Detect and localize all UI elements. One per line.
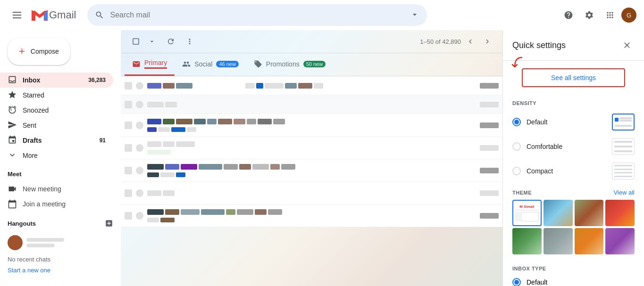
sidebar-item-join-meeting[interactable]: Join a meeting bbox=[0, 196, 121, 212]
table-row[interactable] bbox=[121, 204, 502, 227]
sidebar-item-starred[interactable]: Starred bbox=[0, 88, 113, 103]
search-icon bbox=[95, 10, 104, 20]
quick-settings-close-button[interactable] bbox=[619, 38, 635, 53]
snoozed-label: Snoozed bbox=[23, 106, 106, 114]
compose-button[interactable]: + Compose bbox=[8, 38, 70, 65]
density-default-radio[interactable] bbox=[512, 118, 521, 126]
social-tab-icon bbox=[182, 60, 191, 68]
search-bar[interactable] bbox=[87, 4, 427, 26]
theme-item-autumn[interactable] bbox=[575, 228, 604, 254]
email-list bbox=[121, 76, 502, 286]
email-toolbar: 1–50 of 42,890 bbox=[121, 30, 502, 53]
density-comfortable-label: Comfortable bbox=[527, 143, 606, 150]
inbox-count: 36,283 bbox=[88, 77, 106, 83]
inbox-default-label: Default bbox=[527, 278, 547, 286]
tab-social[interactable]: Social 46 new bbox=[175, 53, 246, 76]
settings-button[interactable] bbox=[580, 6, 599, 25]
snooze-icon bbox=[8, 105, 17, 116]
density-section-title: DENSITY bbox=[503, 95, 644, 110]
density-option-comfortable[interactable]: Comfortable bbox=[503, 134, 644, 159]
table-row[interactable] bbox=[121, 95, 502, 114]
theme-item-default[interactable]: M Gmail bbox=[512, 200, 542, 226]
theme-section-header: THEME View all bbox=[503, 183, 644, 200]
help-button[interactable] bbox=[559, 6, 578, 25]
email-area: 1–50 of 42,890 Primary Social 46 new bbox=[121, 30, 502, 286]
sidebar-item-inbox[interactable]: Inbox 36,283 bbox=[0, 73, 113, 88]
table-row[interactable] bbox=[121, 159, 502, 182]
search-dropdown-icon[interactable] bbox=[410, 10, 419, 21]
tab-promotions[interactable]: Promotions 50 new bbox=[246, 53, 333, 76]
gmail-m-icon bbox=[30, 8, 49, 22]
next-page-button[interactable] bbox=[480, 34, 495, 49]
primary-tab-icon bbox=[132, 60, 141, 68]
theme-title: THEME bbox=[512, 190, 532, 196]
theme-view-all-button[interactable]: View all bbox=[613, 189, 635, 196]
theme-item-forest[interactable] bbox=[575, 200, 604, 226]
see-all-settings-container: See all settings bbox=[512, 68, 635, 87]
inbox-label: Inbox bbox=[23, 76, 83, 84]
density-compact-preview bbox=[612, 163, 635, 180]
density-option-default[interactable]: Default bbox=[503, 110, 644, 134]
sidebar-item-new-meeting[interactable]: New meeting bbox=[0, 181, 121, 196]
starred-label: Starred bbox=[23, 91, 106, 99]
refresh-button[interactable] bbox=[163, 34, 178, 49]
density-option-compact[interactable]: Compact bbox=[503, 159, 644, 183]
gmail-logo: Gmail bbox=[30, 8, 76, 22]
density-default-label: Default bbox=[527, 118, 606, 126]
drafts-icon bbox=[8, 135, 17, 146]
menu-button[interactable] bbox=[8, 6, 26, 25]
hangouts-user bbox=[0, 231, 121, 254]
inbox-type-default-option[interactable]: Default bbox=[512, 275, 635, 286]
start-new-chat[interactable]: Start a new one bbox=[0, 265, 121, 276]
sidebar-item-drafts[interactable]: Drafts 91 bbox=[0, 133, 113, 148]
main-layout: + Compose Inbox 36,283 Starred Snoozed bbox=[0, 30, 644, 286]
density-comfortable-preview bbox=[612, 138, 635, 155]
sent-label: Sent bbox=[23, 122, 106, 129]
theme-item-nature[interactable] bbox=[512, 228, 542, 254]
arrow-indicator bbox=[508, 55, 531, 75]
theme-item-fire[interactable] bbox=[605, 200, 635, 226]
inbox-icon bbox=[8, 75, 17, 86]
more-icon bbox=[8, 150, 17, 161]
drafts-count: 91 bbox=[100, 137, 106, 144]
hangouts-section-header: Hangouts bbox=[0, 215, 121, 231]
apps-button[interactable] bbox=[601, 6, 619, 25]
quick-settings-panel: Quick settings See all settings DENSITY … bbox=[502, 30, 644, 286]
inbox-type-title: INBOX TYPE bbox=[512, 266, 635, 271]
email-count: 1–50 of 42,890 bbox=[420, 34, 495, 49]
theme-item-lake[interactable] bbox=[544, 200, 573, 226]
table-row[interactable] bbox=[121, 182, 502, 204]
theme-item-flowers[interactable] bbox=[605, 228, 635, 254]
sidebar-item-snoozed[interactable]: Snoozed bbox=[0, 103, 113, 118]
more-options-button[interactable] bbox=[182, 34, 197, 49]
inbox-type-section: INBOX TYPE Default bbox=[503, 260, 644, 286]
density-compact-label: Compact bbox=[527, 167, 606, 175]
add-hangout-icon[interactable] bbox=[105, 219, 113, 228]
social-badge: 46 new bbox=[216, 61, 238, 67]
quick-settings-title: Quick settings bbox=[512, 41, 566, 50]
select-dropdown-button[interactable] bbox=[144, 34, 159, 49]
table-row[interactable] bbox=[121, 137, 502, 159]
prev-page-button[interactable] bbox=[463, 34, 478, 49]
app-name: Gmail bbox=[49, 9, 76, 21]
theme-grid: M Gmail bbox=[503, 200, 644, 260]
promotions-tab-icon bbox=[254, 60, 262, 68]
drafts-label: Drafts bbox=[23, 137, 94, 144]
density-compact-radio[interactable] bbox=[512, 167, 521, 175]
sidebar-item-sent[interactable]: Sent bbox=[0, 118, 113, 133]
theme-item-stones[interactable] bbox=[544, 228, 573, 254]
no-recent-chats: No recent chats bbox=[0, 254, 121, 265]
tab-primary[interactable]: Primary bbox=[125, 53, 175, 76]
radio-inner bbox=[514, 120, 519, 124]
account-avatar[interactable]: G bbox=[621, 8, 636, 23]
select-all-checkbox[interactable] bbox=[128, 34, 143, 49]
table-row[interactable] bbox=[121, 76, 502, 95]
table-row[interactable] bbox=[121, 114, 502, 137]
see-all-settings-button[interactable]: See all settings bbox=[522, 68, 625, 87]
sidebar-item-more[interactable]: More bbox=[0, 148, 113, 163]
inbox-default-radio[interactable] bbox=[512, 278, 521, 286]
search-input[interactable] bbox=[110, 11, 404, 19]
topbar-right: G bbox=[559, 6, 636, 25]
density-comfortable-radio[interactable] bbox=[512, 142, 521, 151]
tabs-row: Primary Social 46 new Promotions 50 new bbox=[121, 53, 502, 76]
